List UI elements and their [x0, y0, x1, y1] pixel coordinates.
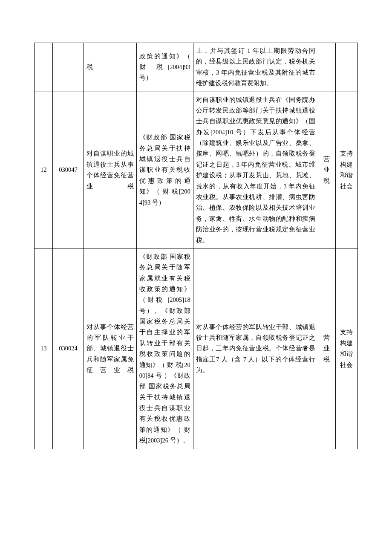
cell-tax: 营业税 [318, 249, 335, 449]
cell-name: 对自谋职业的城镇退役士兵从事个体经营免征营业税 [84, 92, 136, 249]
cell-name: 税 [84, 43, 136, 92]
cell-basis: 政策的通知》（ 财 税[2004]93 号） [136, 43, 193, 92]
cell-code [53, 43, 84, 92]
cell-desc: 上，并与其签订 1 年以上期限劳动合同的，经县级以上民政部门认定，税务机关审核，… [193, 43, 318, 92]
cell-seq: 13 [35, 249, 53, 449]
policy-table: 税 政策的通知》（ 财 税[2004]93 号） 上，并与其签订 1 年以上期限… [34, 43, 358, 449]
cell-tax [318, 43, 335, 92]
cell-cat: 支持构建和谐社会 [335, 249, 357, 449]
document-page: 税 政策的通知》（ 财 税[2004]93 号） 上，并与其签订 1 年以上期限… [0, 0, 392, 475]
cell-name: 对从事个体经营的军队转业干部、城镇退役士兵和随军家属免征营业税 [84, 249, 136, 449]
table-row: 13 030024 对从事个体经营的军队转业干部、城镇退役士兵和随军家属免征营业… [35, 249, 358, 449]
cell-basis: 《财政部 国家税务总局关于扶持城镇退役士兵自谋职业有关税收优惠政策的通知》（ 财… [136, 92, 193, 249]
cell-desc: 对自谋职业的城镇退役士兵在《国务院办公厅转发民政部等部门关于扶持城镇退役士兵自谋… [193, 92, 318, 249]
cell-seq [35, 43, 53, 92]
table-row: 12 030047 对自谋职业的城镇退役士兵从事个体经营免征营业税 《财政部 国… [35, 92, 358, 249]
cell-seq: 12 [35, 92, 53, 249]
cell-tax: 营业税 [318, 92, 335, 249]
cell-code: 030024 [53, 249, 84, 449]
cell-code: 030047 [53, 92, 84, 249]
cell-desc: 对从事个体经营的军队转业干部、城镇退役士兵和随军家属，自领取税务登记证之日起，三… [193, 249, 318, 449]
cell-cat: 支持构建和谐社会 [335, 92, 357, 249]
cell-cat [335, 43, 357, 92]
table-row: 税 政策的通知》（ 财 税[2004]93 号） 上，并与其签订 1 年以上期限… [35, 43, 358, 92]
cell-basis: 《财政部 国家税务总局关于随军家属就业有关税收政策的通知》（财税 [2005]1… [136, 249, 193, 449]
